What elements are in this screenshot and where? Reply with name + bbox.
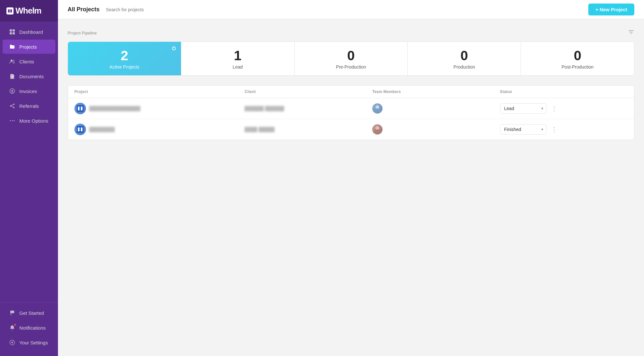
sidebar-item-notifications[interactable]: Notifications — [3, 321, 55, 335]
sidebar-item-label: Clients — [19, 59, 34, 64]
svg-point-14 — [12, 120, 13, 121]
settings-circle-icon — [9, 339, 15, 346]
svg-point-7 — [11, 60, 13, 61]
pipeline-header: Project Pipeline — [68, 29, 634, 37]
search-input[interactable] — [106, 7, 267, 12]
col-header-project: Project — [74, 89, 245, 94]
status-select-2[interactable]: Lead Pre-Production Production Post-Prod… — [500, 124, 546, 135]
filter-icon[interactable] — [628, 29, 634, 37]
pipeline-card-post-production[interactable]: 0 Post-Production — [521, 42, 634, 75]
pipeline-count-postprod: 0 — [574, 49, 581, 62]
client-cell-1: ██████ ██████ — [245, 106, 372, 111]
pipeline-card-pre-production[interactable]: 0 Pre-Production — [295, 42, 408, 75]
power-icon — [171, 46, 176, 52]
content-area: Project Pipeline 2 Active Projects 1 Lea… — [58, 19, 644, 356]
team-cell-2 — [372, 124, 500, 135]
col-header-status: Status — [500, 89, 628, 94]
sidebar-item-label: Get Started — [19, 310, 44, 316]
row-more-button-2[interactable]: ⋮ — [549, 124, 559, 135]
svg-rect-25 — [81, 127, 82, 131]
project-avatar-2 — [74, 124, 86, 135]
sidebar-nav: Dashboard Projects Clients Documents Inv… — [0, 22, 58, 302]
table-row: ████████ ████ █████ Lead Pre-Production — [68, 119, 634, 140]
sidebar-item-label: Projects — [19, 44, 37, 50]
folder-icon — [9, 43, 15, 50]
project-name-1: ████████████████ — [89, 106, 140, 111]
col-header-team: Team Members — [372, 89, 500, 94]
logo-icon — [6, 7, 14, 14]
svg-rect-20 — [78, 107, 80, 110]
svg-rect-4 — [13, 29, 15, 32]
pipeline-card-active[interactable]: 2 Active Projects — [68, 42, 181, 75]
svg-rect-16 — [10, 311, 14, 313]
page-title: All Projects — [68, 6, 99, 13]
sidebar-item-label: Referrals — [19, 103, 39, 109]
svg-rect-21 — [81, 107, 82, 110]
status-select-1[interactable]: Lead Pre-Production Production Post-Prod… — [500, 103, 546, 114]
team-avatar-1 — [372, 103, 383, 114]
sidebar: Whelm Dashboard Projects Clients Documen… — [0, 0, 58, 356]
svg-point-12 — [13, 107, 14, 108]
pipeline-card-production[interactable]: 0 Production — [408, 42, 521, 75]
sidebar-item-label: More Options — [19, 118, 48, 124]
svg-rect-23 — [77, 126, 84, 133]
col-header-client: Client — [245, 89, 372, 94]
new-project-button[interactable]: + New Project — [588, 4, 634, 15]
sidebar-item-settings[interactable]: Your Settings — [3, 335, 55, 350]
sidebar-item-label: Your Settings — [19, 340, 48, 345]
sidebar-item-get-started[interactable]: Get Started — [3, 306, 55, 320]
project-name-2: ████████ — [89, 127, 115, 132]
sidebar-item-projects[interactable]: Projects — [3, 40, 55, 54]
row-more-button-1[interactable]: ⋮ — [549, 103, 559, 114]
projects-table: Project Client Team Members Status █████… — [68, 85, 634, 140]
status-cell-2: Lead Pre-Production Production Post-Prod… — [500, 124, 628, 135]
pipeline-count-preprod: 0 — [347, 49, 355, 62]
dollar-icon — [9, 88, 15, 94]
main-content: All Projects + New Project Project Pipel… — [58, 0, 644, 356]
sidebar-item-dashboard[interactable]: Dashboard — [3, 25, 55, 39]
logo-area: Whelm — [0, 0, 58, 22]
table-row: ████████████████ ██████ ██████ Lead Pre-… — [68, 98, 634, 119]
svg-rect-5 — [10, 32, 12, 34]
svg-rect-6 — [13, 32, 15, 34]
sidebar-item-documents[interactable]: Documents — [3, 69, 55, 83]
users-icon — [9, 58, 15, 65]
svg-rect-3 — [10, 29, 12, 32]
project-cell-2: ████████ — [74, 124, 245, 135]
sidebar-item-label: Documents — [19, 74, 44, 79]
sidebar-item-label: Invoices — [19, 89, 37, 94]
bell-icon — [9, 324, 15, 331]
team-cell-1 — [372, 103, 500, 114]
table-header: Project Client Team Members Status — [68, 86, 634, 98]
pipeline-label-lead: Lead — [233, 64, 243, 70]
sidebar-item-clients[interactable]: Clients — [3, 54, 55, 69]
client-name-2: ████ █████ — [245, 127, 275, 132]
project-cell-1: ████████████████ — [74, 103, 245, 114]
pipeline-count-active: 2 — [121, 49, 128, 62]
pipeline-card-lead[interactable]: 1 Lead — [181, 42, 295, 75]
svg-rect-0 — [6, 7, 14, 14]
share-icon — [9, 103, 15, 109]
pipeline-label-prod: Production — [453, 64, 475, 70]
svg-point-8 — [13, 60, 14, 61]
pipeline-cards: 2 Active Projects 1 Lead 0 Pre-Productio… — [68, 42, 634, 76]
svg-rect-19 — [77, 105, 84, 112]
grid-icon — [9, 29, 15, 35]
sidebar-item-label: Dashboard — [19, 29, 43, 35]
svg-point-11 — [10, 105, 11, 107]
svg-point-10 — [13, 104, 14, 105]
sidebar-bottom: Get Started Notifications Your Settings — [0, 302, 58, 356]
project-avatar-1 — [74, 103, 86, 114]
notification-badge — [14, 323, 16, 326]
app-logo: Whelm — [6, 6, 41, 15]
sidebar-item-invoices[interactable]: Invoices — [3, 84, 55, 98]
svg-point-18 — [12, 342, 13, 343]
status-dropdown-wrapper-2: Lead Pre-Production Production Post-Prod… — [500, 124, 546, 135]
pipeline-label-active: Active Projects — [109, 64, 139, 70]
sidebar-item-more[interactable]: More Options — [3, 114, 55, 128]
svg-rect-1 — [8, 9, 10, 13]
client-name-1: ██████ ██████ — [245, 106, 284, 111]
sidebar-item-label: Notifications — [19, 325, 46, 331]
team-avatar-2 — [372, 124, 383, 135]
sidebar-item-referrals[interactable]: Referrals — [3, 99, 55, 113]
